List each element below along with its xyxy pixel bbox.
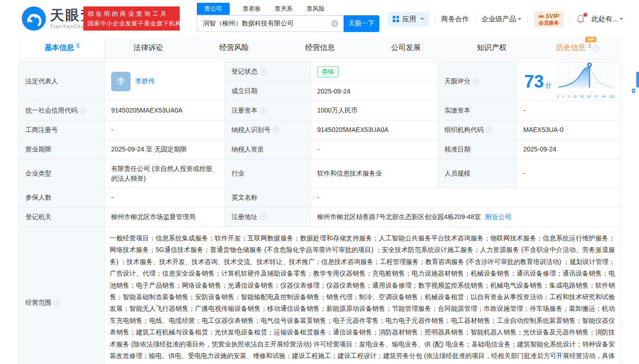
industry-value: 软件和信息技术服务业: [311, 159, 438, 188]
reg-status-label: 登记状态: [225, 62, 310, 82]
nearby-companies-link[interactable]: 附近公司: [485, 212, 511, 222]
company-profile-page: 天眼查 TianYanCha.com 都在用的商业查询工具 国家中小企业发展子基…: [0, 0, 639, 364]
company-type-value: 有限责任公司 (非自然人投资或控股的法人独资): [105, 159, 225, 188]
nav-business-coop[interactable]: 商务合作: [441, 15, 469, 24]
help-icon[interactable]: [260, 69, 266, 75]
search-area: 查公司 查老板 查关系 查风险 天眼一下: [197, 3, 379, 32]
reg-status-value: 存续: [311, 62, 438, 82]
table-row: 经营范围 一般经营项目：信息系统集成服务；软件开发；互联网数据服务；数据处理和存…: [19, 227, 620, 364]
table-row: 工商注册号 - 纳税人识别号 91450205MAEX53UA0A 组织机构代码…: [19, 120, 620, 140]
tab-intellectual-property[interactable]: 知识产权: [449, 37, 534, 59]
approval-date-label: 核准日期: [438, 140, 517, 159]
english-name-value: -: [311, 188, 620, 207]
promo-line1: 都在用的商业查询工具: [88, 9, 175, 19]
legal-rep-name-link[interactable]: 李群伟: [135, 76, 155, 86]
tab-count: 5: [76, 43, 80, 49]
registered-capital-label: 注册资本: [225, 101, 311, 120]
business-reg-no-value: -: [105, 120, 225, 139]
industry-label: 行业: [225, 159, 311, 188]
promo-line2: 国家中小企业发展子基金旗下机构: [88, 19, 175, 28]
tab-count: 3: [588, 43, 591, 49]
nav-enterprise-products[interactable]: 企业级产品: [482, 15, 521, 24]
tianyan-score-value: 73: [524, 73, 544, 90]
svip-member-badge[interactable]: SVIP 会员服务: [534, 11, 564, 27]
help-icon[interactable]: [473, 78, 479, 85]
registry-authority-value: 柳州市柳北区市场监督管理局: [105, 207, 225, 226]
header-nav: 应用 商务合作 企业级产品 SVIP 会员服务: [388, 11, 623, 27]
paid-capital-label: 实缴资本: [438, 101, 517, 120]
help-icon[interactable]: [273, 127, 279, 133]
side-panel-handle[interactable]: [636, 72, 639, 88]
search-tab-relation[interactable]: 查关系: [274, 3, 294, 15]
tab-operation-risk[interactable]: 经营风险: [191, 37, 277, 59]
score-unit: 分: [545, 81, 551, 90]
help-icon[interactable]: [486, 127, 492, 133]
credit-code-value: 91450205MAEX53UA0A: [105, 101, 225, 120]
promo-banner: 都在用的商业查询工具 国家中小企业发展子基金旗下机构: [83, 6, 180, 31]
tab-history-info[interactable]: 历史信息 VIP 3: [535, 37, 620, 59]
help-icon[interactable]: [260, 107, 266, 114]
avatar[interactable]: 李: [111, 72, 131, 91]
notification-dot: [583, 13, 587, 17]
taxpayer-qualification-label: 纳税人资质: [225, 140, 311, 159]
clear-icon[interactable]: [331, 20, 338, 27]
table-row: 法定代表人 李 李群伟 登记状态 成立日期 存续 2025-09-24: [19, 62, 620, 101]
side-counter[interactable]: 0: [632, 87, 635, 94]
score-label-cell: 天眼评分: [438, 62, 517, 100]
score-distribution-chart: 0131550859799100: [556, 62, 615, 101]
established-date-value: 2025-09-24: [311, 82, 438, 100]
insured-count-label: 参保人数: [19, 188, 105, 207]
legal-rep-label-cell: 法定代表人: [19, 62, 105, 100]
svip-title: SVIP: [545, 13, 559, 20]
search-tab-risk[interactable]: 查风险: [306, 3, 326, 15]
staff-size-value: -: [517, 159, 620, 188]
table-row: 参保人数 - 英文名称 -: [19, 188, 620, 207]
apps-label: 应用: [402, 15, 416, 24]
approval-date-value: 2025-09-24: [517, 140, 620, 159]
tab-legal-litigation[interactable]: 法律诉讼: [105, 37, 191, 59]
search-tab-boss[interactable]: 查老板: [242, 3, 262, 15]
divider: [570, 16, 570, 22]
tab-company-development[interactable]: 公司发展: [363, 37, 449, 59]
help-icon[interactable]: [260, 214, 266, 220]
paid-capital-value: -: [517, 101, 620, 120]
svip-subtitle: 会员服务: [539, 20, 559, 26]
status-badge: 存续: [317, 66, 338, 77]
legal-rep-value-cell: 李 李群伟: [105, 62, 225, 100]
help-icon[interactable]: [54, 300, 60, 306]
business-scope-text: 一般经营项目：信息系统集成服务；软件开发；互联网数据服务；数据处理和存储支持服务…: [105, 227, 620, 364]
search-button[interactable]: 天眼一下: [344, 15, 379, 32]
business-scope-label: 经营范围: [19, 227, 105, 364]
chevron-down-icon: [518, 18, 521, 22]
crown-icon: [539, 14, 544, 18]
credit-code-label: 统一社会信用代码: [19, 101, 105, 120]
section-tabbar: 基本信息 5 法律诉讼 经营风险 经营信息 公司发展 知识产权 历史信息 VIP…: [19, 37, 620, 59]
taxpayer-id-label: 纳税人识别号: [225, 120, 311, 139]
help-icon[interactable]: [593, 45, 599, 51]
table-row: 营业期限 2025-09-24 至 无固定期限 纳税人资质 - 核准日期 202…: [19, 140, 620, 159]
org-code-label: 组织机构代码: [438, 120, 517, 139]
company-info-table: 法定代表人 李 李群伟 登记状态 成立日期 存续 2025-09-24: [19, 62, 620, 364]
help-icon[interactable]: [80, 107, 86, 114]
company-type-label: 企业类型: [19, 159, 105, 188]
business-reg-no-label: 工商注册号: [19, 120, 105, 139]
divider: [527, 16, 528, 22]
registry-authority-label: 登记机关: [19, 207, 105, 226]
status-date-labels: 登记状态 成立日期: [225, 62, 311, 100]
tab-basic-info[interactable]: 基本信息 5: [19, 37, 105, 59]
registered-address-label: 注册地址: [225, 207, 311, 226]
divider: [435, 16, 435, 22]
user-menu[interactable]: 此处有...: [591, 15, 623, 24]
search-input[interactable]: [197, 15, 344, 32]
registered-address-cell: 柳州市柳北区桔香路7号北部生态新区创业园4栋209-48室 附近公司: [311, 207, 620, 226]
search-tab-company[interactable]: 查公司: [197, 3, 230, 15]
tianyancha-logo-icon: [21, 6, 46, 31]
site-header: 天眼查 TianYanCha.com 都在用的商业查询工具 国家中小企业发展子基…: [0, 0, 639, 37]
tab-operation-info[interactable]: 经营信息: [277, 37, 363, 59]
chevron-down-icon: [620, 18, 623, 22]
notifications-bell[interactable]: [576, 14, 585, 24]
taxpayer-id-value: 91450205MAEX53UA0A: [311, 120, 438, 139]
apps-menu[interactable]: 应用: [388, 12, 429, 26]
status-date-values: 存续 2025-09-24: [311, 62, 438, 100]
insured-count-value: -: [105, 188, 225, 207]
